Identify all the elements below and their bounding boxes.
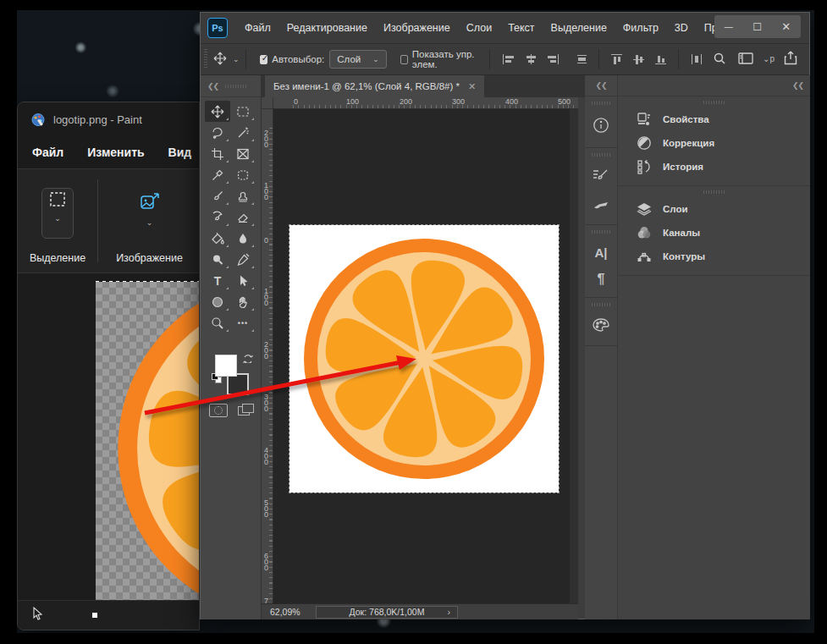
panel-grip[interactable] xyxy=(703,101,725,104)
paint-menu-file[interactable]: Файл xyxy=(32,146,63,159)
menu-filter[interactable]: Фильтр xyxy=(623,22,659,34)
paint-selection-button[interactable]: ⌄ xyxy=(41,188,74,239)
paint-bucket-tool[interactable] xyxy=(205,228,230,249)
screen-mode-icon[interactable] xyxy=(238,404,256,417)
paint-menu-edit[interactable]: Изменить xyxy=(87,146,144,159)
character-panel-icon[interactable]: A| xyxy=(594,245,607,260)
swatches-palette-icon[interactable] xyxy=(593,318,609,335)
info-icon[interactable] xyxy=(593,117,609,137)
workspace-switcher-icon[interactable] xyxy=(738,52,753,67)
panel-grip[interactable] xyxy=(592,102,610,105)
chevron-down-icon[interactable]: ⌄ xyxy=(146,218,153,227)
panel-grip[interactable] xyxy=(592,303,610,306)
healing-brush-tool[interactable] xyxy=(230,164,256,185)
document-size-indicator[interactable]: Док: 768,0K/1,00M › xyxy=(316,606,458,619)
show-transform-controls-checkbox[interactable] xyxy=(400,55,408,64)
status-options-chevron-icon[interactable]: › xyxy=(448,607,451,617)
align-top-edges-icon[interactable] xyxy=(611,54,621,64)
layers-panel-button[interactable]: Слои xyxy=(618,197,810,221)
minimize-button[interactable]: — xyxy=(725,22,733,31)
ellipse-tool[interactable] xyxy=(205,291,230,312)
document-work-area[interactable] xyxy=(273,109,570,603)
panel-grip[interactable] xyxy=(592,153,610,157)
adjustments-panel-button[interactable]: Коррекция xyxy=(618,131,810,155)
options-grip[interactable] xyxy=(204,49,207,69)
history-brush-tool[interactable] xyxy=(205,206,230,228)
collapse-panels-icon[interactable]: ❮❮ xyxy=(792,81,803,90)
rectangular-marquee-tool[interactable] xyxy=(230,101,256,122)
quick-mask-icon[interactable] xyxy=(209,404,228,417)
paint-transparent-canvas[interactable] xyxy=(96,281,200,601)
align-left-edges-icon[interactable] xyxy=(503,54,513,64)
close-button[interactable]: ✕ xyxy=(781,20,791,33)
brushes-icon[interactable] xyxy=(593,199,609,214)
align-bottom-edges-icon[interactable] xyxy=(655,54,665,64)
pen-tool[interactable] xyxy=(230,249,256,270)
autoselect-checkbox[interactable] xyxy=(260,55,267,64)
document-tab[interactable]: Без имени-1 @ 62,1% (Слой 4, RGB/8#) * ✕ xyxy=(265,75,484,97)
tab-close-icon[interactable]: ✕ xyxy=(468,81,476,92)
foreground-color-swatch[interactable] xyxy=(215,355,237,377)
autoselect-target-dropdown[interactable]: Слой ⌄ xyxy=(329,50,387,69)
menu-select[interactable]: Выделение xyxy=(551,22,607,34)
collapse-toolbar-icon[interactable]: ❮❮ xyxy=(207,82,218,91)
properties-label: Свойства xyxy=(663,114,709,124)
menu-edit[interactable]: Редактирование xyxy=(287,22,367,34)
align-right-edges-icon[interactable] xyxy=(546,54,556,64)
panel-grip[interactable] xyxy=(703,190,725,194)
paint-image-button[interactable]: ⌄ xyxy=(139,191,161,227)
swap-colors-icon[interactable] xyxy=(243,353,253,363)
toolbar-grip[interactable] xyxy=(225,85,247,88)
blur-tool[interactable] xyxy=(230,228,256,249)
hand-tool[interactable] xyxy=(230,291,256,312)
share-icon[interactable] xyxy=(784,51,797,68)
frame-tool[interactable] xyxy=(230,143,256,164)
align-vertical-centers-icon[interactable] xyxy=(633,54,643,64)
dodge-tool[interactable] xyxy=(205,249,230,270)
maximize-button[interactable]: ☐ xyxy=(753,21,762,33)
lasso-tool[interactable] xyxy=(205,122,230,143)
menu-file[interactable]: Файл xyxy=(245,22,271,34)
crop-tool[interactable] xyxy=(205,143,230,164)
history-panel-button[interactable]: История xyxy=(618,155,810,179)
document-canvas[interactable] xyxy=(289,225,559,493)
align-horizontal-centers-icon[interactable] xyxy=(525,54,535,64)
eyedropper-tool[interactable] xyxy=(205,164,230,185)
menu-type[interactable]: Текст xyxy=(508,22,534,34)
move-tool[interactable] xyxy=(205,101,230,122)
panel-grip[interactable] xyxy=(592,230,610,234)
paths-panel-button[interactable]: Контуры xyxy=(618,245,810,268)
paint-canvas-area[interactable] xyxy=(18,274,199,630)
selection-resize-handle[interactable] xyxy=(91,612,98,619)
photoshop-app-icon: Ps xyxy=(207,18,228,38)
type-tool[interactable]: T xyxy=(205,270,230,291)
channels-panel-button[interactable]: Каналы xyxy=(618,221,810,245)
paragraph-panel-icon[interactable]: ¶ xyxy=(598,272,605,287)
properties-icon xyxy=(637,112,652,127)
ruler-tick-label: 500 xyxy=(262,500,270,518)
search-icon[interactable] xyxy=(713,52,726,68)
zoom-level-field[interactable]: 62,09% xyxy=(270,607,314,617)
zoom-tool[interactable] xyxy=(205,312,230,333)
tool-preset-chevron-icon[interactable]: ⌄ xyxy=(233,55,240,63)
distribute-vertical-icon[interactable] xyxy=(576,54,586,64)
brush-tool[interactable] xyxy=(205,185,230,206)
more-tools-button[interactable]: ••• xyxy=(230,312,256,333)
clone-stamp-tool[interactable] xyxy=(230,185,256,206)
magic-wand-tool[interactable] xyxy=(230,122,256,143)
vertical-scrollbar[interactable] xyxy=(570,109,578,603)
ruler-tick-label: 400 xyxy=(262,448,270,465)
path-select-tool[interactable] xyxy=(230,270,256,291)
distribute-horizontal-icon[interactable] xyxy=(691,54,701,64)
chevron-down-icon[interactable]: ⌄ xyxy=(54,214,61,223)
menu-3d[interactable]: 3D xyxy=(675,22,688,34)
workspace-chevron-icon[interactable]: ⌄p xyxy=(763,55,775,63)
paint-menu-view[interactable]: Вид xyxy=(168,146,192,159)
tools-grid: T ••• xyxy=(205,101,257,333)
brush-settings-icon[interactable] xyxy=(593,168,609,187)
menu-image[interactable]: Изображение xyxy=(383,22,450,34)
properties-panel-button[interactable]: Свойства xyxy=(618,107,810,131)
eraser-tool[interactable] xyxy=(230,206,256,228)
collapse-panels-icon[interactable]: ❮❮ xyxy=(595,81,606,90)
menu-layers[interactable]: Слои xyxy=(466,22,492,34)
